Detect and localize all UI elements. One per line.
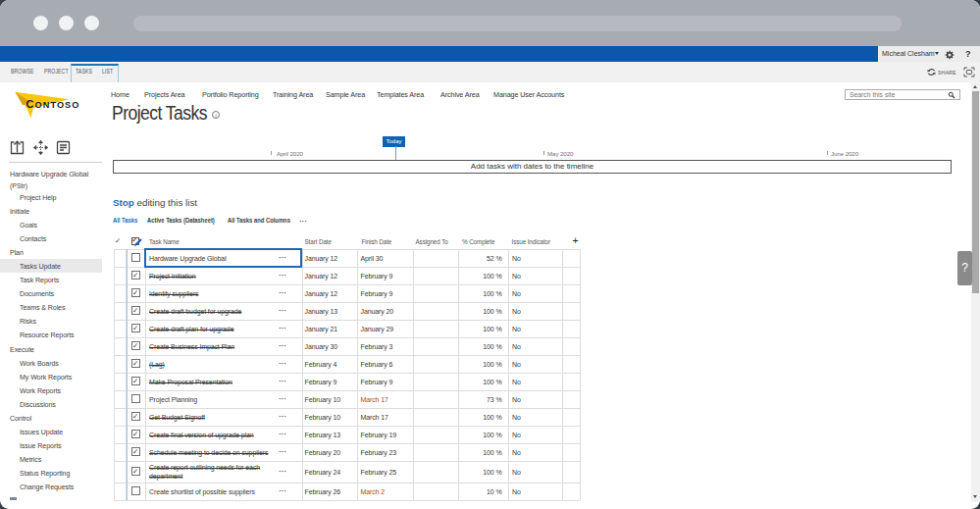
- svg-text:CONTOSO: CONTOSO: [26, 98, 80, 110]
